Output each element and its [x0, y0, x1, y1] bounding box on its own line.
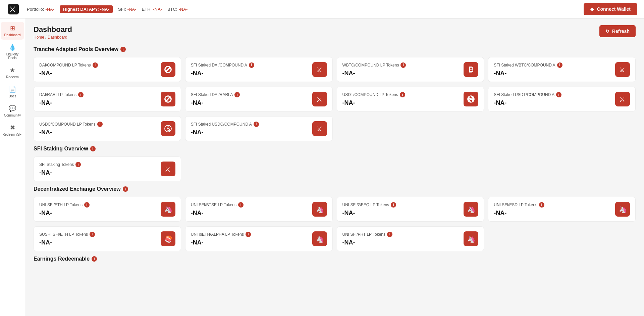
uni-sfi-eth-info-icon[interactable]: i [84, 202, 90, 208]
sfi-staking-row: SFI Staking Tokens i -NA- ⚔ [34, 156, 636, 181]
dex-section-header: Decentralized Exchange Overview i [34, 186, 636, 192]
card-sfi-staking-tokens: SFI Staking Tokens i -NA- ⚔ [34, 156, 181, 181]
uni-sfi-esd-info-icon[interactable]: i [539, 202, 544, 208]
earnings-section-header: Earnings Redeemable i [34, 256, 636, 262]
card-dai-rari-lp: DAI/RARI LP Tokens i -NA- [34, 87, 181, 111]
logo: ⚔ [7, 2, 20, 16]
sfi-usdt-info-icon[interactable]: i [556, 92, 561, 97]
dai-compound-info-icon[interactable]: i [93, 62, 98, 68]
sidebar-item-docs[interactable]: 📄 Docs [1, 83, 24, 101]
card-uni-sfi-btse-lp: UNI SFI/BTSE LP Tokens i -NA- 🦄 [185, 197, 333, 222]
card-uni-sfi-eth-lp: UNI SFI/ETH LP Tokens i -NA- 🦄 [34, 197, 181, 222]
sidebar-label-liquidity: Liquidity Pools [2, 52, 23, 60]
card-dai-compound-lp: DAI/COMPOUND LP Tokens i -NA- [34, 57, 181, 82]
uni-ibeth-info-icon[interactable]: i [246, 232, 251, 237]
sfi-wbtc-info-icon[interactable]: i [557, 62, 562, 68]
sfi-dai-rari-info-icon[interactable]: i [234, 92, 240, 97]
card-usdt-compound-lp: USDT/COMPOUND LP Tokens i -NA- [337, 87, 484, 111]
x-square-icon: ✖ [10, 124, 15, 131]
sfi-icon-3: ⚔ [312, 92, 327, 106]
svg-text:🦄: 🦄 [467, 206, 475, 214]
file-icon: 📄 [9, 86, 16, 93]
sfi-dai-compound-info-icon[interactable]: i [249, 62, 254, 68]
chat-icon: 💬 [9, 105, 16, 112]
svg-text:🦄: 🦄 [316, 206, 324, 214]
svg-text:🦄: 🦄 [467, 235, 475, 243]
sidebar-item-community[interactable]: 💬 Community [1, 102, 24, 120]
dex-row-2: SUSHI SFI/ETH LP Tokens i -NA- 🍣 UNI ibE… [34, 226, 636, 251]
card-usdc-compound-lp: USDC/COMPOUND LP Tokens i -NA- [34, 116, 181, 141]
wbtc-compound-info-icon[interactable]: i [400, 62, 406, 68]
card-uni-sfi-geeq-lp: UNI SFI/GEEQ LP Tokens i -NA- 🦄 [337, 197, 484, 222]
card-sfi-staked-dai-compound-a: SFI Staked DAI/COMPOUND A i -NA- ⚔ [185, 57, 333, 82]
sfi-staking-tokens-info-icon[interactable]: i [75, 162, 81, 167]
content-area: Dashboard Home / Dashboard ↻ Refresh Tra… [25, 18, 644, 316]
btc-value: -NA- [179, 7, 188, 12]
sfi-value: -NA- [127, 7, 137, 12]
page-header: Dashboard Home / Dashboard ↻ Refresh [34, 25, 636, 40]
card-uni-sfi-esd-lp: UNI SFI/ESD LP Tokens i -NA- 🦄 [488, 197, 636, 222]
sfi-usdc-info-icon[interactable]: i [254, 122, 259, 127]
dai-icon [161, 62, 175, 77]
sidebar-item-redeem[interactable]: ★ Redeem [1, 64, 24, 82]
droplet-icon: 💧 [9, 44, 16, 51]
page-title-block: Dashboard Home / Dashboard [34, 25, 72, 40]
tranche-section-header: Tranche Adapted Pools Overview i [34, 46, 636, 52]
usdc-compound-info-icon[interactable]: i [97, 122, 103, 127]
diamond-icon: ◆ [590, 6, 594, 12]
star-icon: ★ [10, 66, 15, 74]
top-bar-stats: Portfolio: -NA- Highest DAI APY: -NA- SF… [27, 5, 577, 13]
svg-text:⚔: ⚔ [316, 125, 322, 133]
uni-icon-4: 🦄 [615, 202, 630, 217]
svg-text:🍣: 🍣 [164, 235, 172, 243]
svg-text:🦄: 🦄 [619, 206, 627, 214]
sfi-stat: SFI: -NA- [118, 7, 137, 12]
sushi-sfi-eth-info-icon[interactable]: i [90, 232, 95, 237]
usdt-compound-info-icon[interactable]: i [400, 92, 405, 97]
refresh-button[interactable]: ↻ Refresh [599, 25, 636, 37]
connect-wallet-button[interactable]: ◆ Connect Wallet [584, 3, 637, 15]
sidebar: ⊞ Dashboard 💧 Liquidity Pools ★ Redeem 📄… [0, 18, 25, 316]
dex-row-1: UNI SFI/ETH LP Tokens i -NA- 🦄 UNI SFI/B… [34, 197, 636, 222]
dai-icon-2 [161, 92, 175, 106]
svg-text:🦄: 🦄 [316, 235, 324, 243]
sfi-staking-icon: ⚔ [161, 162, 175, 176]
sidebar-item-dashboard[interactable]: ⊞ Dashboard [1, 22, 24, 40]
btc-label: BTC: [167, 7, 177, 12]
svg-text:⚔: ⚔ [619, 96, 625, 103]
uni-sfi-prt-info-icon[interactable]: i [387, 232, 392, 237]
portfolio-stat: Portfolio: -NA- [27, 7, 54, 12]
sidebar-label-redeem: Redeem [6, 75, 19, 79]
earnings-info-icon[interactable]: i [92, 256, 97, 262]
uni-icon-1: 🦄 [161, 202, 175, 217]
sfi-label: SFI: [118, 7, 126, 12]
uni-icon-5: 🦄 [312, 231, 327, 246]
uni-sfi-btse-info-icon[interactable]: i [238, 202, 244, 208]
card-uni-ibeth-alpha-lp: UNI ibETH/ALPHA LP Tokens i -NA- 🦄 [185, 226, 333, 251]
usdt-icon [464, 92, 478, 106]
svg-text:⚔: ⚔ [165, 166, 171, 173]
sfi-icon-5: ⚔ [312, 121, 327, 136]
main-layout: ⊞ Dashboard 💧 Liquidity Pools ★ Redeem 📄… [0, 18, 644, 316]
tranche-row-2: DAI/RARI LP Tokens i -NA- SFI Staked DAI… [34, 87, 636, 111]
refresh-icon: ↻ [605, 29, 609, 34]
top-bar: ⚔ Portfolio: -NA- Highest DAI APY: -NA- … [0, 0, 644, 18]
card-sfi-staked-dai-rari-a: SFI Staked DAI/RARI A i -NA- ⚔ [185, 87, 333, 111]
eth-stat: ETH: -NA- [142, 7, 162, 12]
card-sfi-staked-usdt-compound-a: SFI Staked USDT/COMPOUND A i -NA- ⚔ [488, 87, 636, 111]
dex-info-icon[interactable]: i [123, 186, 128, 192]
sushi-icon: 🍣 [161, 231, 175, 246]
svg-text:⚔: ⚔ [619, 66, 625, 74]
sidebar-label-community: Community [4, 114, 21, 117]
sidebar-item-redeem-rsfi[interactable]: ✖ Redeem rSFI [1, 121, 24, 139]
card-sushi-sfi-eth-lp: SUSHI SFI/ETH LP Tokens i -NA- 🍣 [34, 226, 181, 251]
card-sfi-staked-usdc-compound-a: SFI Staked USDC/COMPOUND A i -NA- ⚔ [185, 116, 333, 141]
tranche-info-icon[interactable]: i [120, 47, 126, 52]
dai-rari-info-icon[interactable]: i [78, 92, 84, 97]
sidebar-item-liquidity[interactable]: 💧 Liquidity Pools [1, 41, 24, 62]
sfi-staking-info-icon[interactable]: i [90, 146, 96, 151]
tranche-row-1: DAI/COMPOUND LP Tokens i -NA- SFI Staked… [34, 57, 636, 82]
usdc-icon [161, 121, 175, 136]
page-title: Dashboard [34, 25, 72, 34]
uni-sfi-geeq-info-icon[interactable]: i [391, 202, 396, 208]
